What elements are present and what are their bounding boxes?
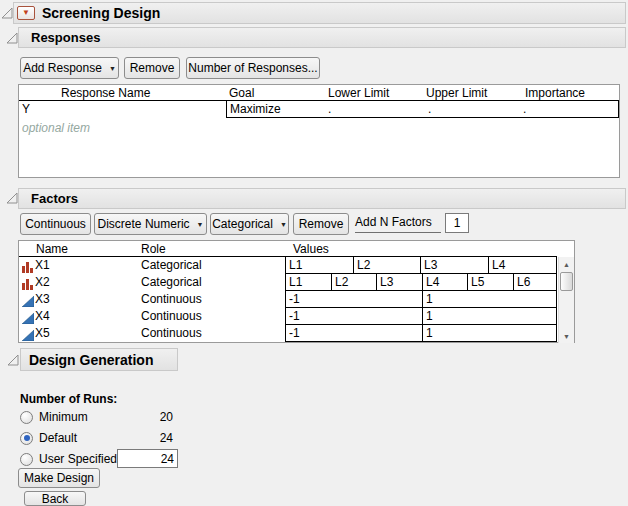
factor-value-cell[interactable]: L3 [421,257,489,274]
table-row[interactable]: X3 Continuous -1 1 [19,291,557,308]
values-scrollbar[interactable]: ▲ ▼ [558,257,574,343]
back-button[interactable]: Back [24,491,86,506]
design-generation-header[interactable]: Design Generation [20,348,178,371]
add-n-factors-label: Add N Factors [355,215,441,233]
default-runs-value: 24 [117,431,173,445]
red-triangle-menu-icon[interactable]: ▼ [17,6,35,20]
continuous-triangle-icon [22,327,34,339]
optional-item-placeholder[interactable]: optional item [22,121,90,135]
column-header-values: Values [293,242,329,256]
table-row[interactable]: X2 Categorical L1 L2 L3 L4 L5 L6 [19,274,557,291]
factor-role[interactable]: Continuous [141,292,202,306]
factor-value-cell[interactable]: -1 [286,325,423,342]
factor-role[interactable]: Continuous [141,309,202,323]
column-header-goal: Goal [229,86,254,100]
factor-value-cell[interactable]: 1 [423,325,557,342]
remove-factor-button[interactable]: Remove [293,213,349,235]
number-of-runs-label: Number of Runs: [20,392,117,406]
factor-name[interactable]: X2 [35,275,50,289]
factor-value-cell[interactable]: L4 [489,257,557,274]
lower-limit-cell[interactable]: . [325,101,426,118]
factor-value-cell[interactable]: L1 [286,257,354,274]
caret-down-icon: ▼ [109,65,116,72]
caret-down-icon: ▼ [280,221,287,228]
radio-default-label: Default [39,431,77,445]
factor-role[interactable]: Continuous [141,326,202,340]
continuous-triangle-icon [22,310,34,322]
categorical-button[interactable]: Categorical ▼ [210,213,289,235]
factor-name[interactable]: X5 [35,326,50,340]
column-header-response-name: Response Name [61,86,150,100]
factor-value-cell[interactable]: -1 [286,308,423,325]
radio-row-minimum: Minimum 20 [20,409,180,425]
factor-value-cell[interactable]: L2 [332,274,377,291]
add-n-factors-input[interactable] [445,213,469,233]
screening-design-window: ▼ Screening Design Responses Add Respons… [0,0,628,506]
column-header-importance: Importance [525,86,585,100]
responses-title: Responses [31,30,100,45]
radio-user-specified-label: User Specified [39,452,117,466]
radio-minimum[interactable] [20,411,33,424]
column-header-role: Role [141,242,166,256]
page-title: Screening Design [42,5,160,21]
column-header-name: Name [36,242,68,256]
factors-title: Factors [31,191,78,206]
radio-row-default: Default 24 [20,430,180,446]
column-header-upper-limit: Upper Limit [426,86,487,100]
add-response-button[interactable]: Add Response ▼ [20,57,119,79]
factor-value-cell[interactable]: L2 [354,257,421,274]
table-row[interactable]: X5 Continuous -1 1 [19,325,557,342]
factors-header[interactable]: Factors [18,188,626,209]
continuous-button[interactable]: Continuous [20,213,91,235]
goal-cell[interactable]: Maximize [226,101,326,118]
screening-design-header[interactable]: ▼ Screening Design [13,2,626,24]
responses-table: Response Name Goal Lower Limit Upper Lim… [18,84,620,178]
factors-table: Name Role Values X1 Categorical L1 L2 L3… [18,240,575,343]
table-row[interactable]: X1 Categorical L1 L2 L3 L4 [19,257,557,274]
factor-value-cell[interactable]: 1 [423,308,557,325]
continuous-triangle-icon [22,293,34,305]
categorical-bars-icon [22,259,34,271]
radio-default[interactable] [20,432,33,445]
column-header-lower-limit: Lower Limit [328,86,389,100]
table-row[interactable]: X4 Continuous -1 1 [19,308,557,325]
factor-name[interactable]: X3 [35,292,50,306]
factor-role[interactable]: Categorical [141,275,202,289]
minimum-runs-value: 20 [117,410,173,424]
disclosure-triangle-icon[interactable] [7,353,20,366]
scroll-down-icon[interactable]: ▼ [559,330,574,342]
factor-value-cell[interactable]: 1 [423,291,557,308]
number-of-responses-button[interactable]: Number of Responses... [186,57,320,79]
factor-value-cell[interactable]: L1 [286,274,332,291]
factor-value-cell[interactable]: L5 [468,274,514,291]
factor-value-cell[interactable]: L6 [514,274,557,291]
scrollbar-thumb[interactable] [560,272,573,291]
factor-name[interactable]: X1 [35,258,50,272]
factor-role[interactable]: Categorical [141,258,202,272]
scroll-up-icon[interactable]: ▲ [559,258,574,270]
radio-user-specified[interactable] [20,453,33,466]
categorical-bars-icon [22,276,34,288]
factor-value-cell[interactable]: L3 [377,274,423,291]
design-generation-title: Design Generation [29,352,153,368]
upper-limit-cell[interactable]: . [425,101,521,118]
remove-response-button[interactable]: Remove [124,57,180,79]
importance-cell[interactable]: . [520,101,619,118]
user-specified-runs-input[interactable] [117,449,178,468]
response-name-cell[interactable]: Y [22,102,30,116]
discrete-numeric-button[interactable]: Discrete Numeric ▼ [94,213,207,235]
responses-header[interactable]: Responses [18,27,626,48]
factor-value-cell[interactable]: -1 [286,291,423,308]
factor-name[interactable]: X4 [35,309,50,323]
radio-minimum-label: Minimum [39,410,88,424]
factor-value-cell[interactable]: L4 [423,274,468,291]
caret-down-icon: ▼ [197,221,204,228]
make-design-button[interactable]: Make Design [18,468,100,488]
